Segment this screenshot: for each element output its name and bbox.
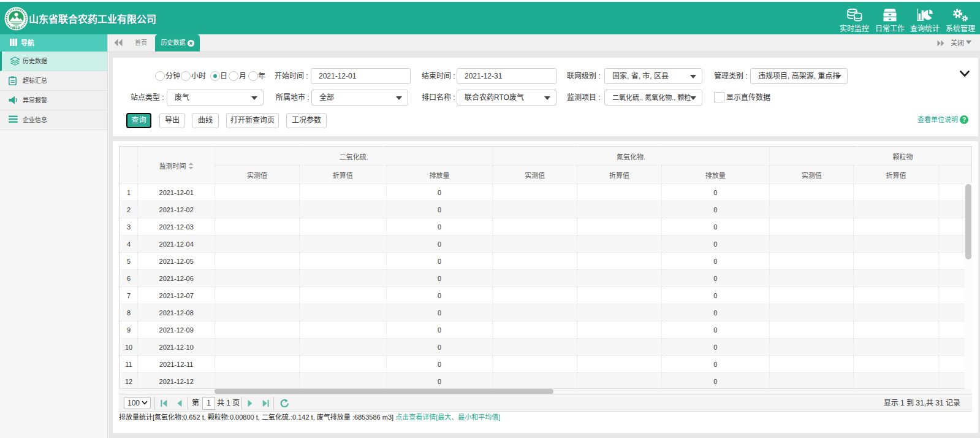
svg-text:M E E: M E E (12, 26, 20, 29)
svg-text:?: ? (962, 117, 966, 123)
